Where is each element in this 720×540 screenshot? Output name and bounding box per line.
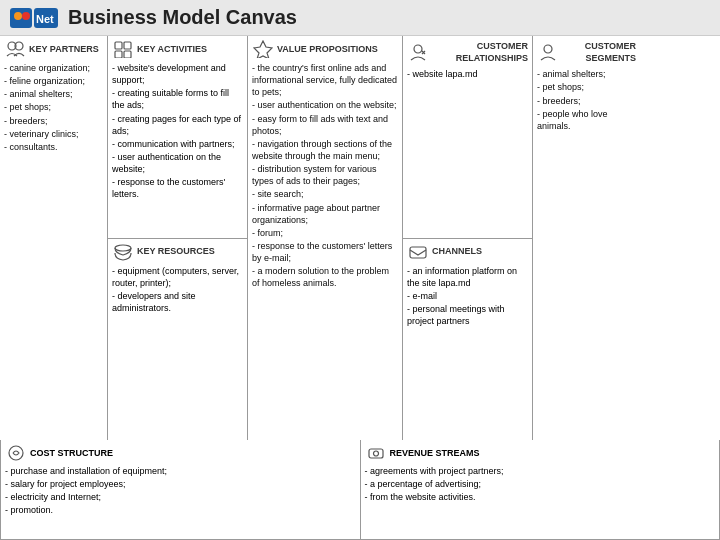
value-propositions-label: VALUE PROPOSITIONS <box>277 43 378 55</box>
key-partners-col: KEY PARTNERS - canine organization; - fe… <box>0 36 108 440</box>
list-item: - breeders; <box>537 95 636 107</box>
revenue-streams-header: REVENUE STREAMS <box>365 444 716 462</box>
cost-structure-icon <box>5 444 27 462</box>
value-propositions-list: - the country's first online ads and inf… <box>252 62 398 291</box>
list-item: - consultants. <box>4 141 103 153</box>
svg-point-15 <box>544 45 552 53</box>
key-partners-icon <box>4 40 26 58</box>
list-item: - navigation through sections of the web… <box>252 138 398 162</box>
channels-header: CHANNELS <box>407 243 528 261</box>
value-propositions-icon <box>252 40 274 58</box>
list-item: - an information platform on the site la… <box>407 265 528 289</box>
svg-rect-14 <box>410 247 426 258</box>
list-item: - creating suitable forms to fill the ad… <box>112 87 243 111</box>
list-item: - communication with partners; <box>112 138 243 150</box>
svg-text:Net: Net <box>36 13 54 25</box>
list-item: - veterinary clinics; <box>4 128 103 140</box>
channels-icon <box>407 243 429 261</box>
list-item: - a modern solution to the problem of ho… <box>252 265 398 289</box>
svg-rect-7 <box>115 42 122 49</box>
key-resources-icon <box>112 243 134 261</box>
list-item: - animal shelters; <box>537 68 636 80</box>
key-partners-list: - canine organization; - feline organiza… <box>4 62 103 154</box>
list-item: - informative page about partner organiz… <box>252 202 398 226</box>
list-item: - website's development and support; <box>112 62 243 86</box>
customer-rel-icon <box>407 43 429 61</box>
revenue-streams-list: - agreements with project partners; - a … <box>365 465 716 503</box>
key-resources-label: KEY RESOURCES <box>137 245 215 257</box>
svg-point-13 <box>414 45 422 53</box>
customer-segments-label: CUSTOMER SEGMENTS <box>562 40 636 64</box>
list-item: - developers and site administrators. <box>112 290 243 314</box>
list-item: - people who love animals. <box>537 108 636 132</box>
list-item: - salary for project employees; <box>5 478 356 490</box>
key-activities-section: KEY ACTIVITIES - website's development a… <box>108 36 247 239</box>
customer-segments-icon <box>537 43 559 61</box>
customer-segments-col: CUSTOMER SEGMENTS - animal shelters; - p… <box>533 36 640 440</box>
list-item: - a percentage of advertising; <box>365 478 716 490</box>
customer-relationships-section: CUSTOMER RELATIONSHIPS - website lapa.md <box>403 36 532 239</box>
key-activities-list: - website's development and support; - c… <box>112 62 243 201</box>
list-item: - personal meetings with project partner… <box>407 303 528 327</box>
revenue-streams-icon <box>365 444 387 462</box>
channels-label: CHANNELS <box>432 245 482 257</box>
list-item: - canine organization; <box>4 62 103 74</box>
svg-rect-8 <box>124 42 131 49</box>
list-item: - agreements with project partners; <box>365 465 716 477</box>
list-item: - the country's first online ads and inf… <box>252 62 398 98</box>
svg-rect-10 <box>124 51 131 58</box>
page-header: Net Business Model Canvas <box>0 0 720 36</box>
key-activities-label: KEY ACTIVITIES <box>137 43 207 55</box>
page-title: Business Model Canvas <box>68 6 297 29</box>
customer-rel-header: CUSTOMER RELATIONSHIPS <box>407 40 528 64</box>
list-item: - response to the customers' letters by … <box>252 240 398 264</box>
channels-section: CHANNELS - an information platform on th… <box>403 239 532 441</box>
channels-list: - an information platform on the site la… <box>407 265 528 328</box>
list-item: - pet shops; <box>4 101 103 113</box>
customer-segments-header: CUSTOMER SEGMENTS <box>537 40 636 64</box>
key-activities-header: KEY ACTIVITIES <box>112 40 243 58</box>
list-item: - user authentication on the website; <box>252 99 398 111</box>
customer-rel-list: - website lapa.md <box>407 68 528 80</box>
list-item: - animal shelters; <box>4 88 103 100</box>
key-resources-header: KEY RESOURCES <box>112 243 243 261</box>
svg-point-2 <box>22 12 30 20</box>
list-item: - creating pages for each type of ads; <box>112 113 243 137</box>
list-item: - forum; <box>252 227 398 239</box>
cost-structure-header: COST STRUCTURE <box>5 444 356 462</box>
canvas-wrapper: KEY PARTNERS - canine organization; - fe… <box>0 36 720 540</box>
list-item: - from the website activities. <box>365 491 716 503</box>
list-item: - user authentication on the website; <box>112 151 243 175</box>
value-propositions-header: VALUE PROPOSITIONS <box>252 40 398 58</box>
list-item: - purchase and installation of equipment… <box>5 465 356 477</box>
customer-rel-channels-col: CUSTOMER RELATIONSHIPS - website lapa.md… <box>403 36 533 440</box>
list-item: - site search; <box>252 188 398 200</box>
list-item: - feline organization; <box>4 75 103 87</box>
key-activities-resources-col: KEY ACTIVITIES - website's development a… <box>108 36 248 440</box>
svg-point-18 <box>373 451 378 456</box>
svg-marker-12 <box>254 41 272 58</box>
list-item: - website lapa.md <box>407 68 528 80</box>
list-item: - electricity and Internet; <box>5 491 356 503</box>
cost-structure-label: COST STRUCTURE <box>30 447 113 459</box>
list-item: - promotion. <box>5 504 356 516</box>
key-resources-section: KEY RESOURCES - equipment (computers, se… <box>108 239 247 441</box>
cost-revenue-row: COST STRUCTURE - purchase and installati… <box>0 440 720 540</box>
key-activities-icon <box>112 40 134 58</box>
list-item: - equipment (computers, server, router, … <box>112 265 243 289</box>
cost-structure-list: - purchase and installation of equipment… <box>5 465 356 517</box>
cost-structure-section: COST STRUCTURE - purchase and installati… <box>1 440 361 539</box>
key-partners-label: KEY PARTNERS <box>29 43 99 55</box>
revenue-streams-label: REVENUE STREAMS <box>390 447 480 459</box>
customer-segments-list: - animal shelters; - pet shops; - breede… <box>537 68 636 133</box>
logo: Net <box>10 6 58 30</box>
list-item: - response to the customers' letters. <box>112 176 243 200</box>
list-item: - e-mail <box>407 290 528 302</box>
svg-rect-9 <box>115 51 122 58</box>
list-item: - distribution system for various types … <box>252 163 398 187</box>
key-partners-header: KEY PARTNERS <box>4 40 103 58</box>
revenue-streams-section: REVENUE STREAMS - agreements with projec… <box>361 440 720 539</box>
svg-point-16 <box>9 446 23 460</box>
value-propositions-col: VALUE PROPOSITIONS - the country's first… <box>248 36 403 440</box>
customer-rel-label: CUSTOMER RELATIONSHIPS <box>432 40 528 64</box>
